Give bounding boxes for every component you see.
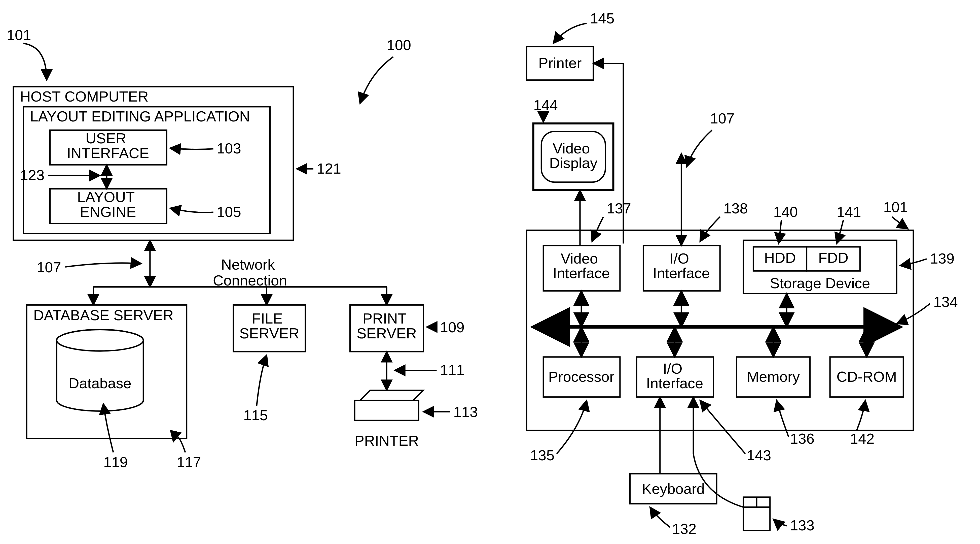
ref-113: 113 bbox=[453, 404, 478, 420]
keyboard-label: Keyboard bbox=[642, 480, 705, 497]
ref-105: 105 bbox=[217, 204, 241, 220]
ref-142: 142 bbox=[850, 430, 875, 447]
printer-icon bbox=[355, 390, 423, 420]
ref-133: 133 bbox=[790, 517, 815, 533]
svg-rect-2 bbox=[355, 400, 418, 420]
ref-139: 139 bbox=[930, 250, 955, 266]
ref-140: 140 bbox=[773, 204, 798, 220]
host-computer-label: HOST COMPUTER bbox=[20, 88, 148, 105]
svg-point-1 bbox=[57, 330, 143, 351]
ref-107b: 107 bbox=[710, 110, 734, 126]
database-server-label: DATABASE SERVER bbox=[33, 307, 173, 323]
ref-137: 137 bbox=[607, 200, 631, 217]
hdd-label: HDD bbox=[764, 249, 796, 266]
ref-101: 101 bbox=[6, 27, 31, 43]
fdd-label: FDD bbox=[818, 249, 849, 266]
ref-135: 135 bbox=[530, 447, 554, 463]
r-printer-label: Printer bbox=[538, 55, 582, 71]
ref-119: 119 bbox=[103, 454, 127, 470]
ref-143: 143 bbox=[747, 447, 771, 463]
ref-141: 141 bbox=[837, 204, 861, 220]
ref-121: 121 bbox=[317, 160, 341, 177]
cdrom-label: CD-ROM bbox=[837, 369, 897, 385]
ref-123: 123 bbox=[20, 167, 44, 183]
network-label: Network Connection bbox=[213, 256, 287, 289]
lead-100 bbox=[360, 57, 393, 103]
database-icon bbox=[57, 330, 143, 411]
ref-145: 145 bbox=[590, 10, 614, 26]
printer-label: PRINTER bbox=[355, 432, 419, 449]
mouse-icon bbox=[743, 497, 770, 530]
lead-145 bbox=[553, 24, 587, 43]
lead-107 bbox=[65, 263, 142, 267]
ref-100: 100 bbox=[387, 37, 411, 53]
ref-107: 107 bbox=[37, 259, 61, 275]
ref-115: 115 bbox=[243, 407, 268, 423]
lead-101 bbox=[24, 43, 47, 80]
processor-label: Processor bbox=[548, 369, 614, 385]
video-display-text: Video Display bbox=[549, 140, 598, 171]
ref-138: 138 bbox=[723, 200, 748, 217]
ref-103: 103 bbox=[217, 140, 241, 156]
ref-144: 144 bbox=[533, 97, 558, 113]
ref-111: 111 bbox=[440, 362, 465, 378]
lead-132 bbox=[650, 507, 670, 527]
memory-label: Memory bbox=[747, 369, 800, 385]
lead-133 bbox=[773, 519, 787, 526]
right-diagram: Printer Video Display Video Interface I/… bbox=[527, 10, 958, 537]
ref-132: 132 bbox=[672, 520, 696, 537]
ref-136: 136 bbox=[790, 430, 815, 447]
print-server-text: PRINT SERVER bbox=[357, 310, 417, 341]
lead-101b bbox=[892, 217, 908, 229]
ref-101b: 101 bbox=[883, 199, 908, 215]
ref-117: 117 bbox=[177, 454, 201, 470]
lead-115 bbox=[257, 355, 267, 406]
ref-109: 109 bbox=[440, 319, 465, 335]
left-diagram: HOST COMPUTER LAYOUT EDITING APPLICATION… bbox=[0, 0, 478, 470]
ref-134: 134 bbox=[934, 294, 958, 310]
lead-107b bbox=[687, 130, 712, 167]
database-label: Database bbox=[69, 375, 131, 391]
video-interface-text: Video Interface bbox=[553, 250, 610, 281]
storage-device-label: Storage Device bbox=[770, 275, 870, 291]
layout-app-label: LAYOUT EDITING APPLICATION bbox=[30, 108, 250, 124]
layout-engine-text: LAYOUT ENGINE bbox=[77, 189, 139, 220]
